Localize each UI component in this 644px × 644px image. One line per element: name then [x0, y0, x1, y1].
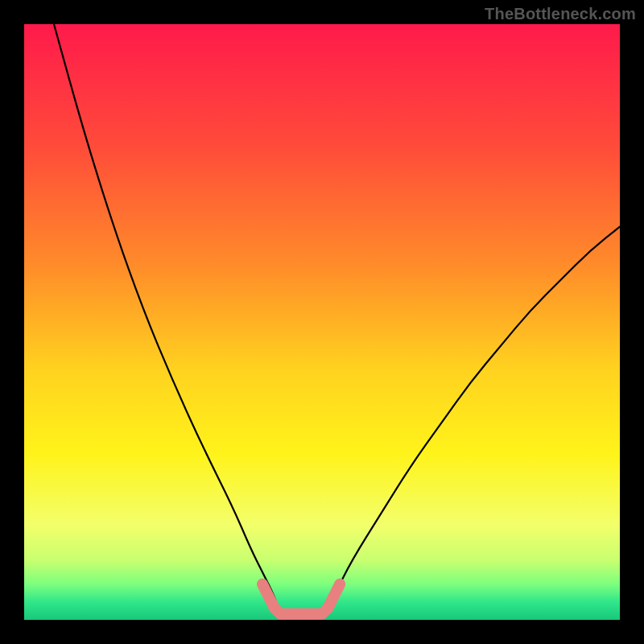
chart-frame: TheBottleneck.com — [0, 0, 644, 644]
watermark-text: TheBottleneck.com — [485, 5, 636, 23]
chart-svg — [24, 24, 620, 620]
plot-area — [24, 24, 620, 620]
gradient-background — [24, 24, 620, 620]
